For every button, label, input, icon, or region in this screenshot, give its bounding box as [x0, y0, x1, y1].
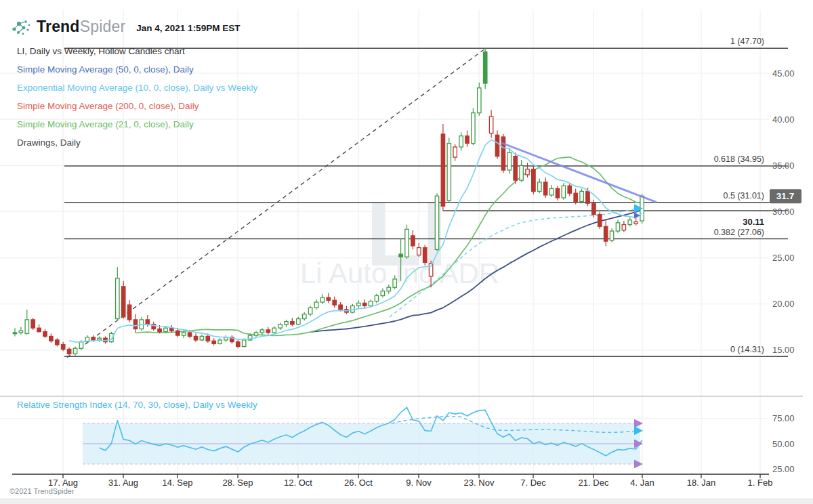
- candle[interactable]: [56, 338, 59, 346]
- candle[interactable]: [212, 338, 215, 345]
- candle[interactable]: [544, 177, 547, 198]
- price-axis-label[interactable]: 15.00: [772, 345, 795, 355]
- candle[interactable]: [435, 193, 438, 251]
- candle[interactable]: [538, 178, 541, 193]
- candle[interactable]: [363, 299, 367, 309]
- candle[interactable]: [31, 318, 35, 330]
- candle[interactable]: [423, 245, 427, 266]
- x-tick-label[interactable]: 23. Nov: [464, 478, 495, 488]
- price-axis-label[interactable]: 25.00: [772, 253, 795, 263]
- x-tick-label[interactable]: 26. Oct: [344, 478, 373, 488]
- candle[interactable]: [381, 289, 384, 298]
- price-axis-label[interactable]: 20.00: [772, 299, 795, 309]
- candle[interactable]: [230, 335, 234, 343]
- price-axis-label[interactable]: 35.00: [772, 161, 795, 171]
- candle[interactable]: [43, 329, 47, 339]
- candle[interactable]: [447, 138, 451, 202]
- candle[interactable]: [351, 304, 354, 314]
- candle[interactable]: [278, 322, 282, 330]
- candle[interactable]: [556, 186, 559, 201]
- candle[interactable]: [297, 317, 300, 325]
- candle[interactable]: [170, 325, 173, 333]
- candle[interactable]: [62, 342, 65, 352]
- candle[interactable]: [85, 335, 89, 343]
- candle[interactable]: [25, 310, 28, 335]
- candle[interactable]: [333, 297, 336, 308]
- candle[interactable]: [562, 183, 565, 200]
- legend-item-4[interactable]: Drawings, Daily: [17, 137, 257, 149]
- horizontal-scrollbar[interactable]: [0, 499, 813, 504]
- candle[interactable]: [266, 327, 270, 335]
- candle[interactable]: [37, 324, 41, 333]
- candle[interactable]: [532, 167, 535, 194]
- candle[interactable]: [616, 220, 619, 233]
- candle[interactable]: [484, 48, 487, 89]
- candle[interactable]: [49, 333, 53, 343]
- candle[interactable]: [514, 152, 517, 184]
- candle[interactable]: [320, 294, 324, 304]
- candle[interactable]: [472, 108, 475, 146]
- candle[interactable]: [598, 211, 602, 229]
- candle[interactable]: [549, 185, 553, 197]
- candle[interactable]: [285, 320, 288, 327]
- candle[interactable]: [13, 328, 16, 336]
- x-tick-label[interactable]: 12. Oct: [284, 478, 312, 488]
- candle[interactable]: [453, 144, 457, 161]
- x-tick-label[interactable]: 31. Aug: [108, 478, 138, 488]
- candle[interactable]: [236, 340, 240, 348]
- candle[interactable]: [218, 338, 222, 345]
- x-tick-label[interactable]: 17. Aug: [48, 478, 78, 488]
- x-tick-label[interactable]: 18. Jan: [687, 478, 716, 488]
- candle[interactable]: [224, 335, 228, 342]
- candle[interactable]: [604, 219, 608, 246]
- candle[interactable]: [526, 163, 529, 177]
- x-tick-label[interactable]: 4. Jan: [630, 478, 654, 488]
- candle[interactable]: [520, 160, 523, 182]
- candle[interactable]: [291, 318, 294, 326]
- legend-item-0[interactable]: Simple Moving Average (50, 0, close), Da…: [17, 64, 257, 76]
- candle[interactable]: [200, 335, 203, 341]
- candle[interactable]: [303, 312, 306, 320]
- x-tick-label[interactable]: 1. Feb: [748, 478, 773, 488]
- legend-symbol-title[interactable]: LI, Daily vs Weekly, Hollow Candles char…: [17, 45, 257, 58]
- candle[interactable]: [314, 299, 318, 310]
- candle[interactable]: [568, 183, 571, 196]
- candle[interactable]: [73, 346, 77, 356]
- candle[interactable]: [254, 331, 257, 337]
- candle[interactable]: [501, 134, 505, 173]
- x-tick-label[interactable]: 7. Dec: [520, 478, 546, 488]
- candle[interactable]: [375, 294, 378, 303]
- ema10-daily-line[interactable]: [69, 140, 642, 341]
- rsi-axis-label[interactable]: 25.00: [772, 464, 795, 474]
- candle[interactable]: [116, 267, 119, 320]
- candle[interactable]: [465, 131, 469, 148]
- legend-item-2[interactable]: Simple Moving Average (200, 0, close), D…: [17, 100, 257, 112]
- candle[interactable]: [67, 348, 70, 356]
- rsi-legend-label[interactable]: Relative Strength Index (14, 70, 30, clo…: [17, 400, 257, 410]
- candle[interactable]: [478, 83, 481, 116]
- candle[interactable]: [628, 217, 631, 227]
- candle[interactable]: [140, 317, 143, 331]
- candle[interactable]: [580, 188, 583, 203]
- x-tick-label[interactable]: 21. Dec: [579, 478, 609, 488]
- price-axis-label[interactable]: 45.00: [772, 68, 795, 79]
- candle[interactable]: [122, 281, 125, 319]
- x-tick-label[interactable]: 9. Nov: [406, 478, 432, 488]
- candle[interactable]: [405, 225, 409, 259]
- price-axis-label[interactable]: 30.00: [772, 207, 795, 217]
- candle[interactable]: [507, 148, 511, 173]
- candle[interactable]: [133, 314, 137, 333]
- rsi-axis-label[interactable]: 75.00: [772, 413, 795, 423]
- candle[interactable]: [634, 218, 638, 226]
- candle[interactable]: [489, 110, 493, 138]
- candle[interactable]: [441, 124, 444, 211]
- candle[interactable]: [272, 326, 276, 333]
- legend-item-1[interactable]: Exponential Moving Average (10, 0, close…: [17, 82, 257, 94]
- candle[interactable]: [327, 293, 330, 303]
- candle[interactable]: [495, 131, 499, 159]
- candle[interactable]: [345, 306, 348, 314]
- x-tick-label[interactable]: 28. Sep: [223, 478, 253, 488]
- x-tick-label[interactable]: 14. Sep: [163, 478, 193, 488]
- candle[interactable]: [610, 228, 613, 242]
- candle[interactable]: [308, 306, 312, 316]
